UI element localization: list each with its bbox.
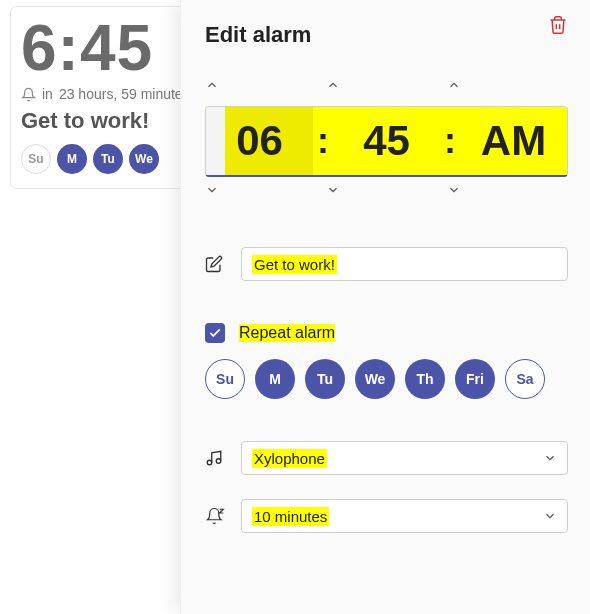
time-separator: : (440, 107, 460, 175)
hour-field[interactable]: 06 (206, 107, 313, 175)
ampm-down-button[interactable] (447, 183, 568, 205)
panel-title: Edit alarm (205, 22, 568, 48)
svg-point-2 (207, 460, 212, 465)
ampm-up-button[interactable] (447, 78, 568, 100)
sound-select[interactable]: Xylophone (241, 441, 568, 475)
chevron-down-icon (543, 451, 557, 465)
minute-up-button[interactable] (326, 78, 447, 100)
alarm-card-countdown-in: in (42, 86, 53, 102)
day-toggle-fri[interactable]: Fri (455, 359, 495, 399)
alarm-card-day: M (57, 144, 87, 174)
hour-up-button[interactable] (205, 78, 326, 100)
ampm-field[interactable]: AM (460, 107, 567, 175)
repeat-checkbox[interactable] (205, 323, 225, 343)
delete-alarm-button[interactable] (548, 14, 568, 36)
day-toggle-tu[interactable]: Tu (305, 359, 345, 399)
bell-icon (21, 87, 36, 102)
alarm-name-value: Get to work! (252, 255, 337, 274)
minute-field[interactable]: 45 (333, 107, 440, 175)
alarm-card-day: We (129, 144, 159, 174)
day-toggle-th[interactable]: Th (405, 359, 445, 399)
day-toggle-m[interactable]: M (255, 359, 295, 399)
snooze-value: 10 minutes (252, 507, 329, 526)
edit-icon (205, 255, 227, 273)
time-picker: 06 : 45 : AM (205, 78, 568, 205)
edit-alarm-panel: Edit alarm 06 : 45 : AM Get to work! (180, 0, 590, 614)
sound-value: Xylophone (252, 449, 327, 468)
day-toggle-sa[interactable]: Sa (505, 359, 545, 399)
alarm-card-day: Su (21, 144, 51, 174)
alarm-name-input[interactable]: Get to work! (241, 247, 568, 281)
minute-down-button[interactable] (326, 183, 447, 205)
day-toggle-we[interactable]: We (355, 359, 395, 399)
day-selector: SuMTuWeThFriSa (205, 359, 568, 399)
snooze-select[interactable]: 10 minutes (241, 499, 568, 533)
repeat-label: Repeat alarm (239, 324, 335, 342)
time-picker-box[interactable]: 06 : 45 : AM (205, 106, 568, 177)
alarm-card-countdown: 23 hours, 59 minutes (59, 86, 190, 102)
alarm-card-day: Tu (93, 144, 123, 174)
hour-down-button[interactable] (205, 183, 326, 205)
svg-point-3 (216, 459, 221, 464)
day-toggle-su[interactable]: Su (205, 359, 245, 399)
music-icon (205, 449, 227, 467)
chevron-down-icon (543, 509, 557, 523)
snooze-icon (205, 507, 227, 525)
time-separator: : (313, 107, 333, 175)
